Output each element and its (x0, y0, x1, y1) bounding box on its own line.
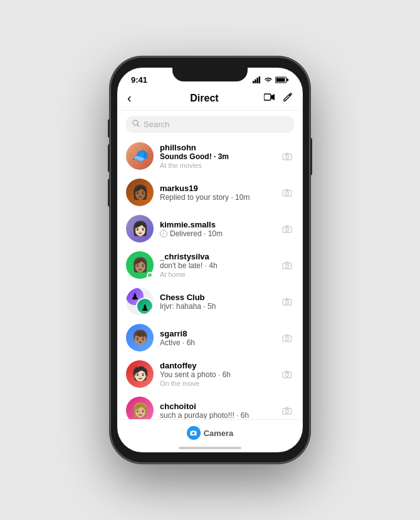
svg-point-25 (286, 410, 289, 413)
message-name: Chess Club (160, 293, 274, 302)
avatar-wrap: 👩🏼 (126, 397, 154, 419)
list-item[interactable]: 👩🏾 markus19 Replied to your story · 10m (117, 174, 303, 211)
delivered-check: ✓ (162, 231, 165, 236)
message-name: markus19 (160, 184, 274, 193)
camera-icon (280, 185, 294, 199)
nav-bar: ‹ Direct (117, 87, 303, 111)
camera-icon (280, 367, 294, 381)
message-name: chchoitoi (160, 402, 274, 411)
power-button (310, 138, 312, 175)
avatar-wrap: 🧢 (126, 142, 154, 170)
avatar-wrap: 👩🏽 (126, 251, 154, 279)
message-sub: At home (160, 271, 274, 278)
compose-icon[interactable] (283, 92, 293, 105)
camera-label: Camera (204, 429, 234, 438)
avatar-wrap: ♟ ♟ (126, 288, 154, 315)
message-info: kimmie.smalls ✓ Delivered · 10m (160, 220, 274, 238)
camera-icon (280, 149, 294, 163)
list-item[interactable]: 👩🏼 chchoitoi such a purday photo!!! · 6h (117, 392, 303, 419)
message-preview: Sounds Good! · 3m (160, 152, 274, 161)
camera-button[interactable]: Camera (187, 426, 234, 440)
svg-point-19 (286, 301, 289, 304)
message-info: phillsohn Sounds Good! · 3m At the movie… (160, 143, 274, 169)
search-icon (132, 120, 140, 129)
svg-rect-3 (259, 76, 261, 83)
video-icon[interactable] (264, 93, 275, 104)
phone-screen: 9:41 (117, 68, 303, 452)
svg-point-15 (286, 228, 289, 231)
avatar-wrap: 👩🏾 (126, 179, 154, 206)
message-preview: Active · 6h (160, 338, 274, 347)
notch (172, 68, 248, 81)
list-item[interactable]: 👦🏽 sgarri8 Active · 6h (117, 320, 303, 356)
message-sub: At the movies (160, 162, 274, 169)
list-item[interactable]: 🧑🏻 dantoffey You sent a photo · 6h On th… (117, 356, 303, 392)
svg-rect-6 (276, 78, 285, 82)
message-preview: ✓ Delivered · 10m (160, 229, 274, 238)
svg-rect-0 (253, 81, 255, 83)
active-dot (147, 272, 153, 278)
message-info: _christysilva don't be late! · 4h At hom… (160, 252, 274, 278)
camera-icon (280, 258, 294, 272)
avatar: 👩🏻 (126, 215, 154, 242)
search-bar: Search (117, 111, 303, 138)
svg-rect-5 (287, 79, 289, 81)
list-item[interactable]: ♟ ♟ Chess Club lrjvr: hahaha · 5h (117, 283, 303, 320)
message-name: phillsohn (160, 143, 274, 152)
list-item[interactable]: 🧢 phillsohn Sounds Good! · 3m At the mov… (117, 138, 303, 174)
svg-rect-20 (283, 336, 291, 341)
message-preview: Replied to your story · 10m (160, 193, 274, 202)
avatar: 🧢 (126, 142, 154, 170)
svg-rect-24 (283, 408, 291, 414)
svg-rect-7 (264, 94, 271, 100)
delivered-circle: ✓ (160, 230, 167, 237)
page-title: Direct (190, 93, 218, 104)
avatar: 👩🏼 (126, 397, 154, 419)
message-sub: On the move (160, 380, 274, 387)
volume-up-button (108, 144, 110, 172)
message-info: dantoffey You sent a photo · 6h On the m… (160, 361, 274, 387)
message-name: kimmie.smalls (160, 220, 274, 229)
svg-rect-22 (283, 372, 291, 378)
message-name: _christysilva (160, 252, 274, 261)
svg-point-13 (286, 192, 289, 195)
message-preview: lrjvr: hahaha · 5h (160, 302, 274, 311)
message-preview: You sent a photo · 6h (160, 370, 274, 379)
list-item[interactable]: 👩🏽 _christysilva don't be late! · 4h At … (117, 247, 303, 283)
avatar-group: ♟ ♟ (126, 288, 154, 315)
svg-point-27 (192, 432, 195, 435)
avatar-wrap: 👩🏻 (126, 215, 154, 242)
camera-icon (280, 331, 294, 345)
svg-point-17 (286, 264, 289, 268)
signal-icon (253, 76, 261, 83)
message-name: sgarri8 (160, 329, 274, 338)
volume-down-button (108, 179, 110, 207)
svg-rect-1 (255, 80, 256, 84)
svg-line-9 (137, 125, 139, 127)
wifi-icon (264, 76, 273, 83)
search-input[interactable]: Search (144, 120, 169, 129)
message-preview: such a purday photo!!! · 6h (160, 411, 274, 420)
svg-point-11 (286, 155, 289, 159)
message-name: dantoffey (160, 361, 274, 370)
avatar: 👦🏽 (126, 324, 154, 351)
nav-icons (264, 92, 293, 105)
home-indicator (179, 447, 241, 449)
status-icons (253, 76, 289, 83)
avatar-wrap: 👦🏽 (126, 324, 154, 351)
camera-icon (280, 403, 294, 417)
camera-button-icon (187, 426, 201, 440)
messages-list: 🧢 phillsohn Sounds Good! · 3m At the mov… (117, 138, 303, 419)
svg-rect-2 (256, 78, 258, 83)
message-preview: don't be late! · 4h (160, 261, 274, 270)
mute-button (108, 119, 110, 138)
list-item[interactable]: 👩🏻 kimmie.smalls ✓ Delivered · 10m (117, 211, 303, 247)
battery-icon (275, 76, 289, 83)
back-button[interactable]: ‹ (127, 91, 145, 105)
search-input-wrap[interactable]: Search (126, 116, 294, 133)
avatar: 👩🏾 (126, 179, 154, 206)
camera-icon (280, 294, 294, 308)
phone-wrapper: 9:41 (110, 56, 310, 464)
delivered-text: Delivered · 10m (170, 229, 223, 238)
message-info: sgarri8 Active · 6h (160, 329, 274, 347)
